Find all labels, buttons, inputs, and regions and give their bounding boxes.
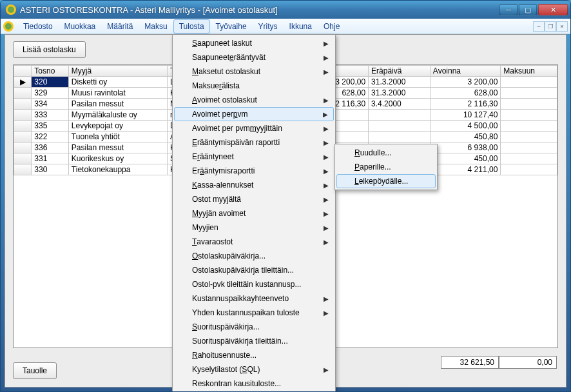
cell-mak[interactable] xyxy=(501,121,557,132)
submenu-item[interactable]: Ruudulle... xyxy=(336,146,436,160)
cell-avo[interactable]: 4 500,00 xyxy=(430,121,500,132)
mdi-minimize-button[interactable]: – xyxy=(533,21,545,32)
cell-mak[interactable] xyxy=(501,88,557,99)
menu-item[interactable]: Kassa-alennukset▶ xyxy=(174,178,334,192)
cell-mak[interactable] xyxy=(501,142,557,153)
menu-item[interactable]: Saapuneet laskut▶ xyxy=(174,36,334,50)
menu-item[interactable]: Erääntymispäivän raportti▶ xyxy=(174,135,334,150)
avoimet-per-pvm-submenu[interactable]: Ruudulle...Paperille...Leikepöydälle... xyxy=(334,144,438,190)
cell-mak[interactable] xyxy=(501,164,557,175)
menu-item[interactable]: Myyjien▶ xyxy=(174,220,334,235)
menu-item[interactable]: Suorituspäiväkirja... xyxy=(174,320,334,334)
col-header[interactable] xyxy=(14,66,32,77)
cell-tosno[interactable]: 320 xyxy=(32,77,68,88)
menu-määritä[interactable]: Määritä xyxy=(101,19,139,34)
menu-item[interactable]: Myyjän avoimet▶ xyxy=(174,206,334,220)
row-selector[interactable]: ▶ xyxy=(14,77,32,88)
submenu-item[interactable]: Paperille... xyxy=(336,160,436,174)
cell-era[interactable]: 31.3.2000 xyxy=(369,77,431,88)
menu-tulosta[interactable]: Tulosta xyxy=(173,19,210,34)
tulosta-menu[interactable]: Saapuneet laskut▶Saapuneet erääntyvät▶Ma… xyxy=(172,34,336,392)
cell-myyja[interactable]: Tietokonekauppa xyxy=(68,164,167,175)
cell-myyja[interactable]: Levykepojat oy xyxy=(68,121,167,132)
cell-tosno[interactable]: 335 xyxy=(32,121,68,132)
cell-myyja[interactable]: Tuonela yhtiöt xyxy=(68,132,167,142)
cell-avo[interactable]: 450,00 xyxy=(430,153,500,164)
menu-item[interactable]: Avoimet ostolaskut▶ xyxy=(174,93,334,107)
cell-avo[interactable]: 10 127,40 xyxy=(430,110,500,121)
col-header[interactable]: Tosno xyxy=(32,66,68,77)
col-header[interactable]: Eräpäivä xyxy=(369,66,431,77)
col-header[interactable]: Maksuun xyxy=(501,66,557,77)
cell-tosno[interactable]: 336 xyxy=(32,142,68,153)
menu-item[interactable]: Ostot myyjältä▶ xyxy=(174,192,334,206)
row-selector[interactable] xyxy=(14,121,32,132)
cell-tosno[interactable]: 334 xyxy=(32,99,68,110)
row-selector[interactable] xyxy=(14,142,32,153)
row-selector[interactable] xyxy=(14,88,32,99)
cell-mak[interactable] xyxy=(501,153,557,164)
menu-ohje[interactable]: Ohje xyxy=(318,19,345,34)
menu-item[interactable]: Maksuerälista xyxy=(174,79,334,93)
cell-tosno[interactable]: 329 xyxy=(32,88,68,99)
menu-item[interactable]: Ostol-pvk tileittäin kustannusp... xyxy=(174,277,334,291)
cell-era[interactable] xyxy=(369,132,431,142)
col-header[interactable]: Myyjä xyxy=(68,66,167,77)
menu-item[interactable]: Yhden kustannuspaikan tuloste▶ xyxy=(174,306,334,320)
cell-era[interactable] xyxy=(369,110,431,121)
menu-item[interactable]: Erääntyneet▶ xyxy=(174,150,334,164)
menu-item[interactable]: Reskontran kausituloste... xyxy=(174,377,334,391)
menu-item[interactable]: Ostolaskupäiväkirja... xyxy=(174,249,334,263)
close-button[interactable]: ✕ xyxy=(538,4,568,15)
add-invoice-button[interactable]: Lisää ostolasku xyxy=(13,41,86,58)
menu-muokkaa[interactable]: Muokkaa xyxy=(59,19,102,34)
menu-item[interactable]: Maksetut ostolaskut▶ xyxy=(174,64,334,79)
cell-mak[interactable] xyxy=(501,110,557,121)
cell-era[interactable]: 3.4.2000 xyxy=(369,99,431,110)
cell-tosno[interactable]: 333 xyxy=(32,110,68,121)
submenu-item[interactable]: Leikepöydälle... xyxy=(336,174,436,188)
cell-avo[interactable]: 2 116,30 xyxy=(430,99,500,110)
menu-maksu[interactable]: Maksu xyxy=(139,19,173,34)
cell-era[interactable]: 31.3.2000 xyxy=(369,88,431,99)
tauolle-button[interactable]: Tauolle xyxy=(13,362,57,379)
cell-tosno[interactable]: 330 xyxy=(32,164,68,175)
cell-myyja[interactable]: Myymäläkaluste oy xyxy=(68,110,167,121)
menu-ikkuna[interactable]: Ikkuna xyxy=(284,19,318,34)
row-selector[interactable] xyxy=(14,132,32,142)
cell-myyja[interactable]: Pasilan messut xyxy=(68,99,167,110)
menu-item[interactable]: Avoimet per pvm myyjittäin▶ xyxy=(174,121,334,135)
cell-myyja[interactable]: Muusi ravintolat xyxy=(68,88,167,99)
col-header[interactable]: Avoinna xyxy=(430,66,500,77)
menu-item[interactable]: Kyselytilastot (SQL)▶ xyxy=(174,362,334,377)
cell-tosno[interactable]: 331 xyxy=(32,153,68,164)
cell-avo[interactable]: 3 200,00 xyxy=(430,77,500,88)
menu-item[interactable]: Ostolaskupäiväkirja tileittäin... xyxy=(174,263,334,277)
cell-mak[interactable] xyxy=(501,77,557,88)
cell-avo[interactable]: 6 938,00 xyxy=(430,142,500,153)
menu-tiedosto[interactable]: Tiedosto xyxy=(17,19,59,34)
cell-myyja[interactable]: Kuorikeskus oy xyxy=(68,153,167,164)
menu-item[interactable]: Erääntymisraportti▶ xyxy=(174,164,334,178)
menu-item[interactable]: Saapuneet erääntyvät▶ xyxy=(174,50,334,64)
cell-avo[interactable]: 628,00 xyxy=(430,88,500,99)
row-selector[interactable] xyxy=(14,164,32,175)
cell-tosno[interactable]: 322 xyxy=(32,132,68,142)
cell-myyja[interactable]: Pasilan messut xyxy=(68,142,167,153)
menu-item[interactable]: Avoimet per pvm▶ xyxy=(174,107,334,121)
app-menu-icon[interactable] xyxy=(3,21,14,32)
cell-avo[interactable]: 4 211,00 xyxy=(430,164,500,175)
row-selector[interactable] xyxy=(14,99,32,110)
menu-item[interactable]: Suorituspäiväkirja tileittäin... xyxy=(174,334,334,348)
menu-item[interactable]: Tavaraostot▶ xyxy=(174,235,334,249)
cell-mak[interactable] xyxy=(501,132,557,142)
minimize-button[interactable]: ─ xyxy=(499,4,518,15)
cell-mak[interactable] xyxy=(501,99,557,110)
mdi-restore-button[interactable]: ❐ xyxy=(545,21,556,32)
menu-item[interactable]: Rahoitusennuste... xyxy=(174,348,334,362)
mdi-close-button[interactable]: × xyxy=(556,21,568,32)
maximize-button[interactable]: ▢ xyxy=(519,4,537,15)
cell-myyja[interactable]: Disketti oy xyxy=(68,77,167,88)
menu-yritys[interactable]: Yritys xyxy=(253,19,284,34)
cell-era[interactable] xyxy=(369,121,431,132)
